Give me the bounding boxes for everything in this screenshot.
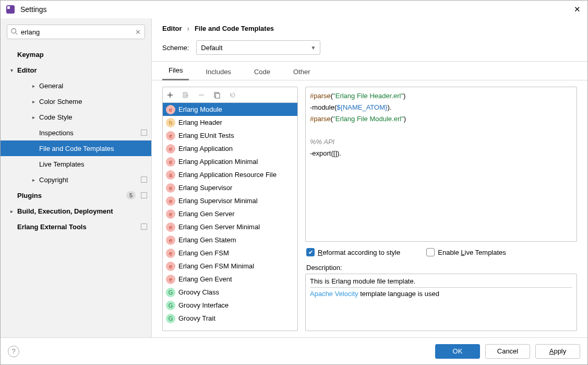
template-item-label: Erlang Application bbox=[178, 145, 233, 152]
chevron-right-icon: ▸ bbox=[30, 83, 37, 89]
checkbox-icon bbox=[426, 248, 435, 256]
search-input-wrap[interactable]: ✕ bbox=[7, 25, 145, 39]
template-item-label: Erlang Gen FSM Minimal bbox=[178, 262, 254, 270]
sidebar-item-general[interactable]: ▸General bbox=[1, 78, 151, 93]
sidebar-item-file-and-code-templates[interactable]: ▸File and Code Templates bbox=[1, 140, 151, 156]
template-item[interactable]: eErlang Gen Server bbox=[163, 207, 297, 220]
template-item[interactable]: aErlang Application Resource File bbox=[163, 168, 297, 181]
template-item[interactable]: GGroovy Trait bbox=[163, 312, 297, 325]
project-scope-icon bbox=[141, 176, 147, 183]
close-button[interactable]: ✕ bbox=[571, 5, 583, 14]
template-item[interactable]: eErlang Supervisor Minimal bbox=[163, 194, 297, 207]
template-item[interactable]: eErlang Gen FSM bbox=[163, 246, 297, 260]
template-item-label: Erlang Application Minimal bbox=[178, 158, 258, 166]
sidebar-item-label: File and Code Templates bbox=[39, 145, 147, 152]
template-item-label: Groovy Class bbox=[178, 288, 219, 296]
filetype-icon: e bbox=[166, 209, 175, 219]
add-template-button[interactable] bbox=[165, 90, 175, 100]
clear-search-icon[interactable]: ✕ bbox=[134, 28, 141, 36]
template-tabs: FilesIncludesCodeOther bbox=[152, 62, 587, 80]
template-item[interactable]: eErlang Application bbox=[163, 142, 297, 155]
template-item-label: Erlang Gen Event bbox=[178, 275, 232, 283]
template-options: ✔ RReformat according to styleeformat ac… bbox=[305, 242, 577, 263]
plugins-badge: 5 bbox=[126, 191, 136, 199]
sidebar-item-code-style[interactable]: ▸Code Style bbox=[1, 109, 151, 125]
svg-rect-1 bbox=[7, 6, 10, 9]
chevron-down-icon: ▼ bbox=[310, 45, 316, 51]
filetype-icon: e bbox=[166, 236, 175, 245]
filetype-icon: e bbox=[166, 183, 175, 193]
template-item[interactable]: GGroovy Interface bbox=[163, 299, 297, 312]
live-templates-checkbox[interactable]: Enable Live TemplatesEnable Live Templat… bbox=[426, 248, 506, 256]
project-scope-icon bbox=[141, 129, 147, 136]
tab-files[interactable]: Files bbox=[162, 62, 189, 80]
filetype-icon: e bbox=[166, 262, 175, 271]
velocity-link[interactable]: Apache Velocity bbox=[310, 290, 358, 298]
template-item[interactable]: eErlang Gen Event bbox=[163, 273, 297, 286]
template-item[interactable]: eErlang Module bbox=[163, 103, 297, 116]
tab-other[interactable]: Other bbox=[287, 64, 317, 80]
sidebar-item-color-scheme[interactable]: ▸Color Scheme bbox=[1, 93, 151, 109]
sidebar-item-build-execution-deployment[interactable]: ▸Build, Execution, Deployment bbox=[1, 203, 151, 219]
filetype-icon: e bbox=[166, 105, 175, 114]
cancel-button[interactable]: Cancel bbox=[485, 344, 530, 359]
template-code-editor[interactable]: #parse("Erlang File Header.erl") -module… bbox=[305, 87, 577, 242]
tab-code[interactable]: Code bbox=[248, 64, 277, 80]
remove-template-button[interactable] bbox=[196, 90, 207, 100]
template-item[interactable]: eErlang Application Minimal bbox=[163, 155, 297, 168]
template-item-label: Erlang Header bbox=[178, 119, 222, 126]
tab-includes[interactable]: Includes bbox=[199, 64, 237, 80]
sidebar-item-plugins[interactable]: ▸Plugins5 bbox=[1, 187, 151, 203]
dialog-footer: ? OK Cancel ApplyApply bbox=[1, 337, 587, 364]
template-toolbar bbox=[163, 87, 297, 103]
template-item[interactable]: eErlang Supervisor bbox=[163, 181, 297, 194]
scheme-select[interactable]: Default ▼ bbox=[196, 40, 320, 55]
copy-template-button[interactable] bbox=[212, 90, 222, 100]
revert-template-button[interactable] bbox=[227, 90, 238, 100]
breadcrumb-sep-icon: › bbox=[187, 25, 189, 32]
ok-button[interactable]: OK bbox=[435, 344, 480, 359]
sidebar-item-label: General bbox=[39, 82, 147, 90]
help-button[interactable]: ? bbox=[8, 346, 19, 357]
sidebar-item-editor[interactable]: ▾Editor bbox=[1, 62, 151, 78]
sidebar-item-keymap[interactable]: ▸Keymap bbox=[1, 46, 151, 62]
template-item[interactable]: GGroovy Class bbox=[163, 286, 297, 299]
sidebar-item-label: Inspections bbox=[39, 129, 139, 137]
template-item[interactable]: eErlang Gen Statem bbox=[163, 233, 297, 246]
add-child-template-button[interactable] bbox=[181, 90, 191, 100]
chevron-right-icon: ▸ bbox=[30, 177, 37, 183]
template-item[interactable]: hErlang Header bbox=[163, 116, 297, 129]
svg-rect-11 bbox=[215, 93, 220, 98]
project-scope-icon bbox=[141, 192, 147, 198]
sidebar-item-inspections[interactable]: ▸Inspections bbox=[1, 125, 151, 140]
settings-window: Settings ✕ ✕ ▸Keymap▾Editor▸General▸Colo… bbox=[0, 0, 588, 365]
template-item-label: Erlang Gen Server bbox=[178, 210, 235, 218]
filetype-icon: e bbox=[166, 131, 175, 140]
filetype-icon: e bbox=[166, 249, 175, 258]
sidebar-item-live-templates[interactable]: ▸Live Templates bbox=[1, 156, 151, 172]
template-list: eErlang ModulehErlang HeadereErlang EUni… bbox=[163, 103, 297, 331]
reformat-checkbox[interactable]: ✔ RReformat according to styleeformat ac… bbox=[306, 248, 400, 256]
search-input[interactable] bbox=[19, 28, 134, 36]
template-item[interactable]: eErlang EUnit Tests bbox=[163, 129, 297, 142]
template-item[interactable]: eErlang Gen FSM Minimal bbox=[163, 260, 297, 273]
scheme-value: Default bbox=[201, 44, 222, 52]
project-scope-icon bbox=[141, 223, 147, 230]
template-item-label: Erlang Gen Statem bbox=[178, 236, 236, 244]
apply-button[interactable]: ApplyApply bbox=[535, 344, 580, 359]
template-item[interactable]: eErlang Gen Server Minimal bbox=[163, 220, 297, 233]
sidebar-item-erlang-external-tools[interactable]: ▸Erlang External Tools bbox=[1, 219, 151, 234]
sidebar-item-label: Live Templates bbox=[39, 160, 147, 168]
template-list-pane: eErlang ModulehErlang HeadereErlang EUni… bbox=[162, 87, 298, 331]
description-box[interactable]: This is Erlang module file template. Apa… bbox=[305, 274, 577, 331]
filetype-icon: G bbox=[166, 288, 175, 297]
breadcrumb-leaf: File and Code Templates bbox=[195, 25, 274, 32]
template-item-label: Erlang Supervisor Minimal bbox=[178, 197, 258, 205]
sidebar-item-copyright[interactable]: ▸Copyright bbox=[1, 172, 151, 187]
filetype-icon: G bbox=[166, 314, 175, 323]
chevron-right-icon: ▸ bbox=[30, 99, 37, 104]
chevron-right-icon: ▸ bbox=[30, 114, 37, 120]
sidebar-item-label: Color Scheme bbox=[39, 98, 147, 105]
template-item-label: Erlang Gen Server Minimal bbox=[178, 223, 260, 231]
filetype-icon: a bbox=[166, 170, 175, 180]
